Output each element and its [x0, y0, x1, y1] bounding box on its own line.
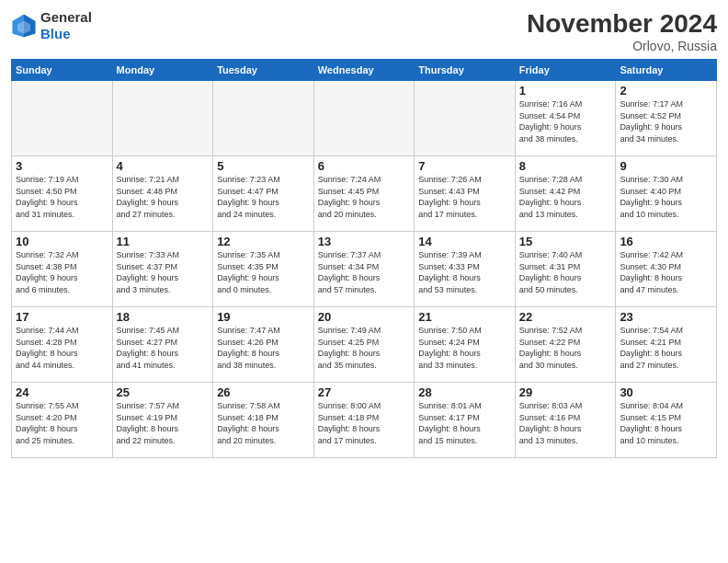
header-monday: Monday	[112, 60, 213, 81]
week-row-4: 17Sunrise: 7:44 AM Sunset: 4:28 PM Dayli…	[12, 307, 717, 383]
header-sunday: Sunday	[12, 60, 113, 81]
calendar-cell: 8Sunrise: 7:28 AM Sunset: 4:42 PM Daylig…	[515, 156, 616, 232]
calendar-cell: 12Sunrise: 7:35 AM Sunset: 4:35 PM Dayli…	[213, 232, 314, 307]
calendar-cell: 24Sunrise: 7:55 AM Sunset: 4:20 PM Dayli…	[12, 383, 113, 458]
day-number: 7	[418, 159, 511, 173]
day-number: 24	[16, 385, 108, 399]
day-number: 30	[620, 385, 712, 399]
calendar-cell: 29Sunrise: 8:03 AM Sunset: 4:16 PM Dayli…	[515, 383, 616, 458]
calendar-cell: 1Sunrise: 7:16 AM Sunset: 4:54 PM Daylig…	[515, 81, 616, 156]
calendar-cell: 22Sunrise: 7:52 AM Sunset: 4:22 PM Dayli…	[515, 307, 616, 383]
day-number: 8	[519, 159, 612, 173]
calendar-cell: 4Sunrise: 7:21 AM Sunset: 4:48 PM Daylig…	[112, 156, 213, 232]
calendar-table: Sunday Monday Tuesday Wednesday Thursday…	[11, 59, 717, 458]
calendar-cell: 14Sunrise: 7:39 AM Sunset: 4:33 PM Dayli…	[415, 232, 516, 307]
logo-blue: Blue	[40, 26, 71, 41]
day-number: 22	[519, 310, 612, 324]
day-info: Sunrise: 7:21 AM Sunset: 4:48 PM Dayligh…	[117, 174, 210, 220]
calendar-cell: 5Sunrise: 7:23 AM Sunset: 4:47 PM Daylig…	[213, 156, 314, 232]
day-info: Sunrise: 7:52 AM Sunset: 4:22 PM Dayligh…	[519, 325, 612, 371]
day-number: 5	[217, 159, 310, 173]
day-info: Sunrise: 7:26 AM Sunset: 4:43 PM Dayligh…	[418, 174, 511, 220]
day-info: Sunrise: 7:19 AM Sunset: 4:50 PM Dayligh…	[16, 174, 108, 220]
day-info: Sunrise: 8:00 AM Sunset: 4:18 PM Dayligh…	[318, 400, 411, 446]
calendar-cell: 26Sunrise: 7:58 AM Sunset: 4:18 PM Dayli…	[213, 383, 314, 458]
calendar-cell: 20Sunrise: 7:49 AM Sunset: 4:25 PM Dayli…	[313, 307, 415, 383]
header-friday: Friday	[515, 60, 616, 81]
day-info: Sunrise: 7:33 AM Sunset: 4:37 PM Dayligh…	[117, 249, 210, 295]
logo-text: General Blue	[40, 9, 92, 42]
day-info: Sunrise: 7:54 AM Sunset: 4:21 PM Dayligh…	[620, 325, 712, 371]
day-info: Sunrise: 7:57 AM Sunset: 4:19 PM Dayligh…	[117, 400, 210, 446]
day-number: 1	[519, 84, 612, 98]
day-info: Sunrise: 7:37 AM Sunset: 4:34 PM Dayligh…	[318, 249, 411, 295]
day-number: 25	[117, 385, 210, 399]
calendar-cell: 17Sunrise: 7:44 AM Sunset: 4:28 PM Dayli…	[12, 307, 113, 383]
day-number: 15	[519, 235, 612, 248]
day-info: Sunrise: 7:17 AM Sunset: 4:52 PM Dayligh…	[620, 98, 712, 144]
day-number: 6	[318, 159, 411, 173]
calendar-cell	[313, 81, 415, 156]
week-row-3: 10Sunrise: 7:32 AM Sunset: 4:38 PM Dayli…	[12, 232, 717, 307]
day-info: Sunrise: 7:42 AM Sunset: 4:30 PM Dayligh…	[620, 249, 712, 295]
day-number: 2	[620, 84, 712, 98]
calendar-cell: 9Sunrise: 7:30 AM Sunset: 4:40 PM Daylig…	[616, 156, 717, 232]
day-number: 21	[418, 310, 511, 324]
day-info: Sunrise: 7:45 AM Sunset: 4:27 PM Dayligh…	[117, 325, 210, 371]
calendar-cell: 6Sunrise: 7:24 AM Sunset: 4:45 PM Daylig…	[313, 156, 415, 232]
logo-general: General	[40, 9, 92, 25]
day-number: 11	[117, 235, 210, 248]
week-row-1: 1Sunrise: 7:16 AM Sunset: 4:54 PM Daylig…	[12, 81, 717, 156]
day-info: Sunrise: 7:55 AM Sunset: 4:20 PM Dayligh…	[16, 400, 108, 446]
header-saturday: Saturday	[616, 60, 717, 81]
header-tuesday: Tuesday	[213, 60, 314, 81]
calendar-cell: 23Sunrise: 7:54 AM Sunset: 4:21 PM Dayli…	[616, 307, 717, 383]
day-info: Sunrise: 7:40 AM Sunset: 4:31 PM Dayligh…	[519, 249, 612, 295]
day-info: Sunrise: 7:39 AM Sunset: 4:33 PM Dayligh…	[418, 249, 511, 295]
calendar-cell: 19Sunrise: 7:47 AM Sunset: 4:26 PM Dayli…	[213, 307, 314, 383]
day-number: 28	[418, 385, 511, 399]
day-number: 14	[418, 235, 511, 248]
day-info: Sunrise: 7:28 AM Sunset: 4:42 PM Dayligh…	[519, 174, 612, 220]
title-block: November 2024 Orlovo, Russia	[527, 9, 717, 53]
page-container: General Blue November 2024 Orlovo, Russi…	[0, 0, 728, 563]
day-number: 29	[519, 385, 612, 399]
calendar-cell: 7Sunrise: 7:26 AM Sunset: 4:43 PM Daylig…	[415, 156, 516, 232]
day-info: Sunrise: 7:16 AM Sunset: 4:54 PM Dayligh…	[519, 98, 612, 144]
day-number: 20	[318, 310, 411, 324]
day-info: Sunrise: 7:24 AM Sunset: 4:45 PM Dayligh…	[318, 174, 411, 220]
day-info: Sunrise: 7:44 AM Sunset: 4:28 PM Dayligh…	[16, 325, 108, 371]
header-thursday: Thursday	[415, 60, 516, 81]
month-title: November 2024	[527, 9, 717, 39]
day-info: Sunrise: 8:04 AM Sunset: 4:15 PM Dayligh…	[620, 400, 712, 446]
day-number: 19	[217, 310, 310, 324]
logo: General Blue	[11, 9, 92, 42]
day-info: Sunrise: 8:01 AM Sunset: 4:17 PM Dayligh…	[418, 400, 511, 446]
weekday-header-row: Sunday Monday Tuesday Wednesday Thursday…	[12, 60, 717, 81]
day-info: Sunrise: 7:32 AM Sunset: 4:38 PM Dayligh…	[16, 249, 108, 295]
day-number: 4	[117, 159, 210, 173]
day-info: Sunrise: 7:35 AM Sunset: 4:35 PM Dayligh…	[217, 249, 310, 295]
day-number: 12	[217, 235, 310, 248]
day-info: Sunrise: 7:30 AM Sunset: 4:40 PM Dayligh…	[620, 174, 712, 220]
day-number: 18	[117, 310, 210, 324]
calendar-cell: 18Sunrise: 7:45 AM Sunset: 4:27 PM Dayli…	[112, 307, 213, 383]
logo-icon	[11, 13, 37, 39]
day-number: 13	[318, 235, 411, 248]
calendar-cell: 11Sunrise: 7:33 AM Sunset: 4:37 PM Dayli…	[112, 232, 213, 307]
day-number: 26	[217, 385, 310, 399]
day-info: Sunrise: 7:58 AM Sunset: 4:18 PM Dayligh…	[217, 400, 310, 446]
day-info: Sunrise: 7:47 AM Sunset: 4:26 PM Dayligh…	[217, 325, 310, 371]
calendar-cell: 2Sunrise: 7:17 AM Sunset: 4:52 PM Daylig…	[616, 81, 717, 156]
day-number: 17	[16, 310, 108, 324]
calendar-cell: 16Sunrise: 7:42 AM Sunset: 4:30 PM Dayli…	[616, 232, 717, 307]
calendar-cell: 3Sunrise: 7:19 AM Sunset: 4:50 PM Daylig…	[12, 156, 113, 232]
calendar-cell	[112, 81, 213, 156]
calendar-cell: 10Sunrise: 7:32 AM Sunset: 4:38 PM Dayli…	[12, 232, 113, 307]
calendar-cell: 13Sunrise: 7:37 AM Sunset: 4:34 PM Dayli…	[313, 232, 415, 307]
calendar-cell: 30Sunrise: 8:04 AM Sunset: 4:15 PM Dayli…	[616, 383, 717, 458]
calendar-cell: 28Sunrise: 8:01 AM Sunset: 4:17 PM Dayli…	[415, 383, 516, 458]
calendar-cell: 27Sunrise: 8:00 AM Sunset: 4:18 PM Dayli…	[313, 383, 415, 458]
calendar-cell: 21Sunrise: 7:50 AM Sunset: 4:24 PM Dayli…	[415, 307, 516, 383]
day-info: Sunrise: 8:03 AM Sunset: 4:16 PM Dayligh…	[519, 400, 612, 446]
